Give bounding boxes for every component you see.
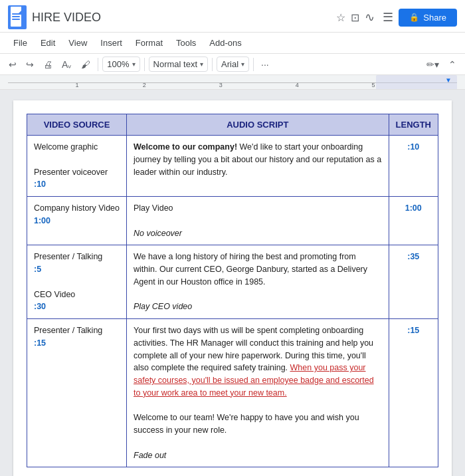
- table-header-row: VIDEO SOURCE AUDIO SCRIPT LENGTH: [27, 114, 438, 136]
- audio-text-4b: Welcome to our team! We're happy to have…: [134, 413, 359, 435]
- font-select[interactable]: Arial ▾: [217, 57, 249, 72]
- source-text-1b: Presenter voiceover: [34, 168, 108, 177]
- style-value: Normal text: [153, 59, 197, 69]
- style-arrow: ▾: [200, 60, 203, 68]
- toolbar-divider-2: [144, 58, 145, 71]
- document-table: VIDEO SOURCE AUDIO SCRIPT LENGTH Welcome…: [27, 114, 438, 467]
- share-button[interactable]: 🔒 Share: [399, 9, 457, 27]
- menu-insert[interactable]: Insert: [95, 35, 128, 51]
- more-options-button[interactable]: ···: [258, 57, 272, 72]
- ruler-mark-4: 4: [296, 82, 299, 88]
- toolbar-divider-4: [253, 58, 254, 71]
- source-cell-3: Presenter / Talking :5 CEO Video :30: [27, 245, 127, 319]
- audio-cell-1: Welcome to our company! We'd like to sta…: [127, 136, 389, 197]
- undo-button[interactable]: ↩: [5, 57, 20, 72]
- menu-addons[interactable]: Add-ons: [204, 35, 246, 51]
- expand-button[interactable]: ⌃: [445, 57, 460, 72]
- source-time-2: 1:00: [34, 216, 50, 225]
- zoom-select[interactable]: 100% ▾: [102, 57, 140, 72]
- audio-text-1: Welcome to our company! We'd like to sta…: [134, 142, 381, 177]
- lock-icon: 🔒: [409, 13, 419, 22]
- document-page: VIDEO SOURCE AUDIO SCRIPT LENGTH Welcome…: [13, 100, 452, 476]
- trend-icon[interactable]: ∿: [365, 10, 375, 25]
- star-icon[interactable]: ☆: [336, 11, 345, 24]
- source-text-4a: Presenter / Talking: [34, 326, 102, 335]
- menu-tools[interactable]: Tools: [171, 35, 201, 51]
- source-text-3a: Presenter / Talking: [34, 252, 102, 261]
- audio-cell-2: Play Video No voiceover: [127, 197, 389, 245]
- source-time-4: :15: [34, 338, 46, 348]
- toolbar-divider-1: [98, 58, 98, 71]
- zoom-value: 100%: [107, 59, 129, 69]
- style-select[interactable]: Normal text ▾: [149, 57, 208, 72]
- length-3: :35: [407, 252, 419, 261]
- menu-bar: File Edit View Insert Format Tools Add-o…: [0, 33, 465, 53]
- length-1: :10: [407, 142, 419, 152]
- ruler: 1 2 3 4 5 ▼: [0, 75, 465, 90]
- ruler-mark-5: 5: [372, 82, 375, 88]
- spell-check-button[interactable]: Aᵥ: [58, 57, 75, 72]
- audio-text-3: We have a long history of hiring the bes…: [134, 252, 367, 287]
- folder-icon[interactable]: ⊡: [351, 11, 359, 24]
- audio-cell-4: Your first two days with us will be spen…: [127, 319, 389, 467]
- source-time-3b: :30: [34, 302, 46, 311]
- source-cell-2: Company history Video 1:00: [27, 197, 127, 245]
- ruler-mark-2: 2: [143, 82, 146, 88]
- table-row: Presenter / Talking :5 CEO Video :30 We …: [27, 245, 438, 319]
- menu-edit[interactable]: Edit: [35, 35, 60, 51]
- doc-icon: [8, 5, 27, 29]
- length-cell-3: :35: [389, 245, 438, 319]
- ruler-mark-3: 3: [219, 82, 223, 88]
- title-icons: ☆ ⊡: [336, 11, 359, 24]
- source-cell-4: Presenter / Talking :15: [27, 319, 127, 467]
- source-text-1a: Welcome graphic: [34, 142, 98, 152]
- zoom-arrow: ▾: [132, 60, 136, 68]
- source-time-3a: :5: [34, 265, 41, 274]
- source-text-3b: CEO Video: [34, 290, 75, 299]
- header-audio-script: AUDIO SCRIPT: [127, 114, 389, 136]
- print-button[interactable]: 🖨: [40, 57, 56, 72]
- toolbar: ↩ ↪ 🖨 Aᵥ 🖌 100% ▾ Normal text ▾ Arial ▾ …: [0, 53, 465, 75]
- title-bar: HIRE VIDEO ☆ ⊡ ∿ ☰ 🔒 Share: [0, 0, 465, 33]
- audio-text-4a: Your first two days with us will be spen…: [134, 326, 374, 398]
- audio-text-2a: Play Video: [134, 203, 173, 213]
- length-4: :15: [407, 326, 419, 335]
- source-time-1: :10: [34, 179, 46, 189]
- source-cell-1: Welcome graphic Presenter voiceover :10: [27, 136, 127, 197]
- share-label: Share: [423, 13, 446, 23]
- audio-red-4: When you pass your safety courses, you'l…: [134, 363, 374, 398]
- page-area: VIDEO SOURCE AUDIO SCRIPT LENGTH Welcome…: [0, 90, 465, 476]
- trend-icons-area: ∿ ☰: [365, 10, 393, 25]
- audio-text-2b: No voiceover: [134, 229, 182, 238]
- length-cell-2: 1:00: [389, 197, 438, 245]
- header-length: LENGTH: [389, 114, 438, 136]
- audio-italic-3: Play CEO video: [134, 302, 192, 311]
- ruler-mark-1: 1: [75, 82, 78, 88]
- table-row: Company history Video 1:00 Play Video No…: [27, 197, 438, 245]
- paint-format-button[interactable]: 🖌: [78, 57, 94, 72]
- toolbar-divider-3: [212, 58, 213, 71]
- menu-view[interactable]: View: [63, 35, 92, 51]
- length-2: 1:00: [405, 203, 422, 213]
- length-cell-1: :10: [389, 136, 438, 197]
- font-value: Arial: [221, 59, 238, 69]
- font-arrow: ▾: [241, 60, 244, 68]
- audio-italic-4: Fade out: [134, 451, 166, 460]
- table-row: Welcome graphic Presenter voiceover :10 …: [27, 136, 438, 197]
- edit-button[interactable]: ✏▾: [423, 57, 442, 72]
- document-title: HIRE VIDEO: [32, 11, 331, 25]
- ruler-arrow-down: ▼: [445, 76, 452, 84]
- redo-button[interactable]: ↪: [23, 57, 37, 72]
- table-row: Presenter / Talking :15 Your first two d…: [27, 319, 438, 467]
- source-text-2a: Company history Video: [34, 203, 120, 213]
- header-video-source: VIDEO SOURCE: [27, 114, 127, 136]
- comment-icon[interactable]: ☰: [383, 10, 393, 25]
- menu-file[interactable]: File: [8, 35, 33, 51]
- menu-format[interactable]: Format: [130, 35, 168, 51]
- audio-bold-1: Welcome to our company!: [134, 142, 237, 152]
- audio-cell-3: We have a long history of hiring the bes…: [127, 245, 389, 319]
- length-cell-4: :15: [389, 319, 438, 467]
